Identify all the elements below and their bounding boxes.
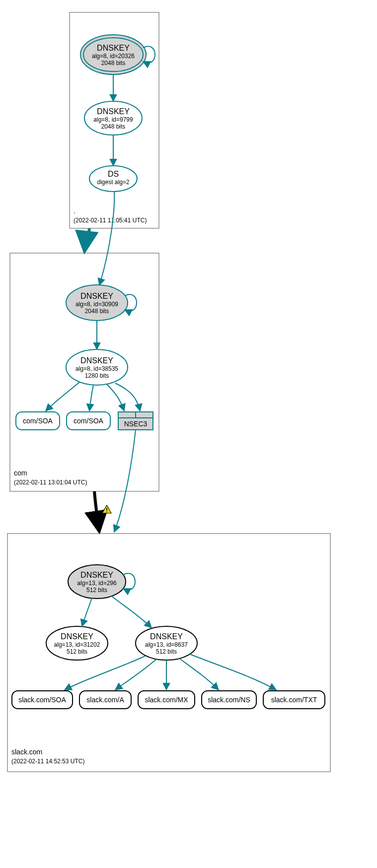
node-sub2: 2048 bits — [101, 123, 126, 130]
rr-label: slack.com/SOA — [18, 696, 66, 704]
zone-root-timestamp: (2022-02-11 11:05:41 UTC) — [74, 217, 147, 224]
node-title: DS — [108, 170, 119, 178]
dnskey-slack-296: DNSKEY alg=13, id=296 512 bits — [68, 565, 126, 599]
node-sub1: alg=8, id=9799 — [93, 116, 133, 123]
rr-slack-txt: slack.com/TXT — [263, 691, 325, 709]
zone-slack-label: slack.com — [11, 748, 42, 756]
edge-delegation-root-com — [84, 228, 89, 252]
rr-label: slack.com/A — [86, 696, 124, 704]
node-title: DNSKEY — [61, 632, 93, 641]
zone-slack-timestamp: (2022-02-11 14:52:53 UTC) — [11, 758, 84, 765]
zone-root-label: . — [74, 207, 75, 215]
node-sub2: 2048 bits — [101, 60, 126, 67]
ds-root: DS digest alg=2 — [89, 166, 137, 192]
rr-slack-ns: slack.com/NS — [202, 691, 256, 709]
node-sub1: alg=8, id=30909 — [75, 301, 118, 308]
edge — [115, 659, 156, 690]
dnskey-root-20326: DNSKEY alg=8, id=20326 2048 bits — [80, 35, 146, 74]
rr-com-nsec3: NSEC3 — [118, 412, 153, 430]
node-sub1: alg=13, id=296 — [77, 580, 117, 587]
node-sub1: alg=13, id=8637 — [145, 641, 188, 648]
node-title: DNSKEY — [80, 356, 113, 365]
node-sub2: 512 bits — [67, 648, 87, 655]
node-sub2: 1280 bits — [85, 372, 109, 379]
svg-point-15 — [106, 512, 107, 513]
edge — [111, 596, 151, 628]
rr-label: slack.com/MX — [145, 696, 188, 704]
zone-slack: slack.com (2022-02-11 14:52:53 UTC) DNSK… — [7, 534, 330, 772]
edge — [46, 382, 79, 411]
edge — [190, 654, 276, 690]
rr-label: slack.com/TXT — [271, 696, 317, 704]
node-sub2: 2048 bits — [85, 308, 109, 315]
node-title: DNSKEY — [80, 571, 113, 579]
node-sub1: alg=8, id=38535 — [75, 365, 118, 372]
dnssec-diagram: . (2022-02-11 11:05:41 UTC) DNSKEY alg=8… — [0, 0, 377, 868]
zone-com-timestamp: (2022-02-11 13:01:04 UTC) — [14, 479, 87, 486]
rr-label: com/SOA — [74, 417, 104, 425]
rr-slack-soa: slack.com/SOA — [12, 691, 73, 709]
edge — [115, 383, 140, 411]
node-title: DNSKEY — [80, 292, 113, 300]
edge-delegation-com-slack — [94, 491, 99, 532]
node-sub1: alg=13, id=31202 — [54, 641, 100, 648]
node-sub1: digest alg=2 — [97, 179, 129, 186]
warning-icon — [102, 505, 111, 513]
dnskey-slack-31202: DNSKEY alg=13, id=31202 512 bits — [46, 626, 108, 660]
edge-nsec3-to-slack — [114, 430, 136, 532]
edge — [89, 385, 93, 411]
rr-label: NSEC3 — [124, 420, 148, 428]
node-title: DNSKEY — [150, 632, 183, 641]
dnskey-com-38535: DNSKEY alg=8, id=38535 1280 bits — [66, 349, 128, 385]
rr-com-soa-2: com/SOA — [67, 412, 110, 430]
dnskey-com-30909: DNSKEY alg=8, id=30909 2048 bits — [66, 285, 128, 321]
edge — [107, 384, 124, 411]
rr-label: slack.com/NS — [208, 696, 250, 704]
node-sub2: 512 bits — [86, 587, 107, 594]
node-sub2: 512 bits — [156, 648, 177, 655]
rr-com-soa-1: com/SOA — [16, 412, 60, 430]
zone-com: com (2022-02-11 13:01:04 UTC) DNSKEY alg… — [10, 253, 159, 491]
rr-label: com/SOA — [23, 417, 53, 425]
zone-com-label: com — [14, 469, 27, 477]
edge — [65, 656, 145, 690]
node-title: DNSKEY — [97, 107, 130, 116]
edge — [82, 598, 92, 626]
edge-ds-to-com-ksk — [99, 192, 114, 285]
rr-slack-a: slack.com/A — [79, 691, 131, 709]
rr-slack-mx: slack.com/MX — [138, 691, 195, 709]
dnskey-root-9799: DNSKEY alg=8, id=9799 2048 bits — [84, 101, 142, 135]
node-title: DNSKEY — [97, 44, 130, 52]
dnskey-slack-8637: DNSKEY alg=13, id=8637 512 bits — [136, 626, 197, 660]
node-sub1: alg=8, id=20326 — [92, 53, 135, 60]
